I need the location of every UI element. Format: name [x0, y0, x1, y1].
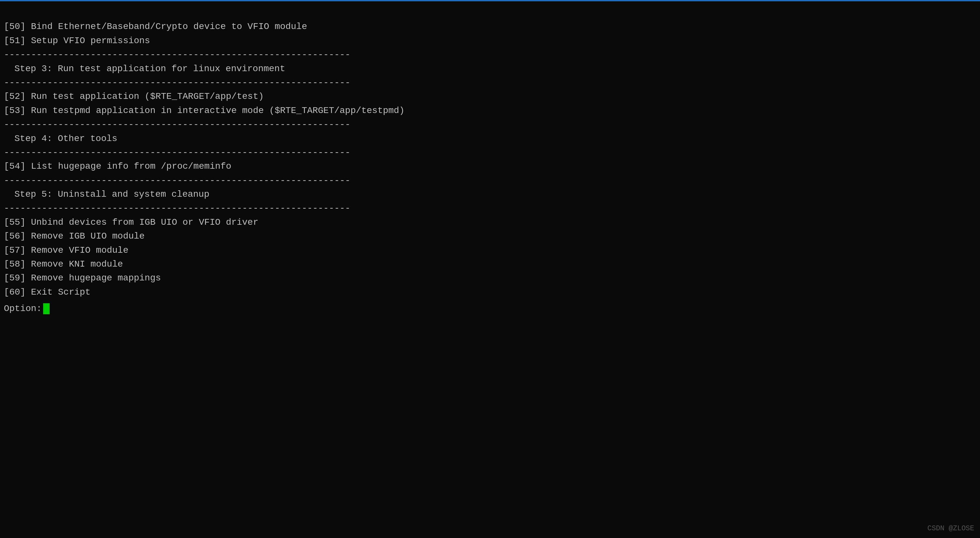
prompt-text: Option: [4, 302, 42, 316]
section-separator: ----------------------------------------… [4, 146, 976, 159]
section-header: Step 4: Other tools [4, 132, 976, 146]
menu-item: [60] Exit Script [4, 285, 976, 299]
cursor-block [43, 303, 49, 314]
menu-item: [56] Remove IGB UIO module [4, 229, 976, 243]
terminal-output: [50] Bind Ethernet/Baseband/Crypto devic… [4, 6, 976, 299]
menu-item: [52] Run test application ($RTE_TARGET/a… [4, 89, 976, 103]
menu-item: [55] Unbind devices from IGB UIO or VFIO… [4, 216, 976, 229]
section-separator: ----------------------------------------… [4, 173, 976, 187]
section-separator: ----------------------------------------… [4, 76, 976, 89]
menu-item: [53] Run testpmd application in interact… [4, 104, 976, 117]
section-separator: ----------------------------------------… [4, 117, 976, 131]
menu-item: [57] Remove VFIO module [4, 243, 976, 257]
menu-item: [59] Remove hugepage mappings [4, 271, 976, 285]
section-header: Step 3: Run test application for linux e… [4, 62, 976, 76]
menu-item: [50] Bind Ethernet/Baseband/Crypto devic… [4, 20, 976, 33]
menu-item: [54] List hugepage info from /proc/memin… [4, 159, 976, 173]
section-separator: ----------------------------------------… [4, 201, 976, 215]
menu-item: [58] Remove KNI module [4, 257, 976, 271]
prompt-line: Option: [4, 302, 976, 316]
watermark: CSDN @ZLOSE [928, 523, 974, 534]
menu-item: [51] Setup VFIO permissions [4, 34, 976, 48]
section-separator: ----------------------------------------… [4, 48, 976, 62]
section-header: Step 5: Uninstall and system cleanup [4, 187, 976, 201]
top-border [0, 0, 980, 1]
